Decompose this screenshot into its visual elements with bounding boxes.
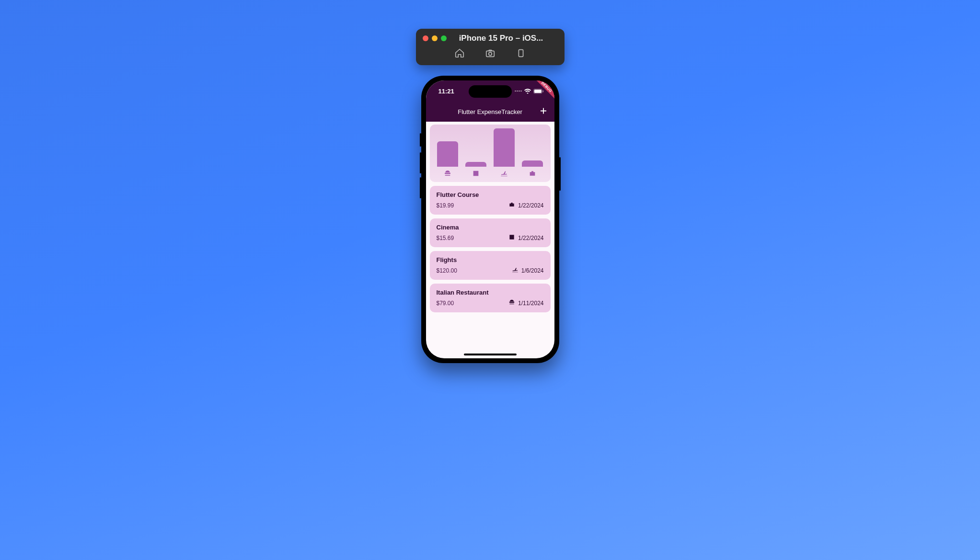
food-icon <box>444 170 451 179</box>
svg-point-1 <box>488 52 491 55</box>
window-controls <box>423 35 447 41</box>
expense-amount: $79.00 <box>437 300 454 307</box>
svg-rect-2 <box>519 50 523 57</box>
app-bar: Flutter ExpenseTracker <box>426 102 554 122</box>
simulator-titlebar: iPhone 15 Pro – iOS... <box>423 34 558 43</box>
expense-card[interactable]: Cinema $15.69 1/22/2024 <box>430 218 551 247</box>
expense-title: Flights <box>437 256 544 263</box>
phone-screen: DEBUG 11:21 Flutter ExpenseTracker <box>426 80 554 358</box>
expense-amount: $19.99 <box>437 202 454 209</box>
chart-card <box>430 125 551 182</box>
status-indicators <box>515 89 544 94</box>
plus-icon <box>539 107 548 115</box>
minimize-window-button[interactable] <box>432 35 438 41</box>
expense-card[interactable]: Flutter Course $19.99 1/22/2024 <box>430 186 551 215</box>
home-icon[interactable] <box>454 48 465 60</box>
expense-title: Flutter Course <box>437 191 544 198</box>
expense-date: 1/22/2024 <box>518 202 543 209</box>
simulator-toolbar <box>423 47 558 61</box>
dynamic-island <box>469 85 512 98</box>
cellular-icon <box>515 91 522 92</box>
chart-bar-leisure <box>465 162 486 167</box>
screenshot-icon[interactable] <box>485 48 496 60</box>
chart-category-icons <box>434 170 547 179</box>
expense-meta: 1/22/2024 <box>508 201 543 209</box>
expense-date: 1/11/2024 <box>518 300 543 307</box>
expense-amount: $120.00 <box>437 267 457 274</box>
svg-rect-0 <box>486 51 494 57</box>
work-icon <box>529 170 536 179</box>
expense-amount: $15.69 <box>437 235 454 241</box>
close-window-button[interactable] <box>423 35 428 41</box>
simulator-title: iPhone 15 Pro – iOS... <box>445 34 558 43</box>
expense-meta: 1/11/2024 <box>508 299 543 307</box>
expense-card[interactable]: Italian Restaurant $79.00 1/11/2024 <box>430 284 551 312</box>
status-time: 11:21 <box>438 88 454 95</box>
expense-meta: 1/22/2024 <box>508 234 543 242</box>
expense-meta: 1/6/2024 <box>512 266 544 274</box>
expense-date: 1/6/2024 <box>521 267 544 274</box>
leisure-icon <box>472 170 480 179</box>
app-title: Flutter ExpenseTracker <box>458 108 522 115</box>
expense-list[interactable]: Flutter Course $19.99 1/22/2024 Cinema $… <box>426 186 554 312</box>
work-icon <box>508 201 515 209</box>
home-indicator[interactable] <box>464 354 517 355</box>
travel-icon <box>500 170 508 179</box>
power-button <box>559 157 561 191</box>
chart-bar-travel <box>494 128 515 167</box>
wifi-icon <box>524 89 531 94</box>
simulator-window: iPhone 15 Pro – iOS... <box>416 29 565 65</box>
volume-down-button <box>420 177 421 198</box>
mute-switch <box>420 133 421 147</box>
expense-title: Cinema <box>437 224 544 231</box>
chart-bar-work <box>522 160 543 167</box>
chart-bar-food <box>437 141 458 167</box>
add-expense-button[interactable] <box>539 107 548 117</box>
battery-icon <box>533 89 544 94</box>
leisure-icon <box>508 234 515 242</box>
svg-rect-5 <box>542 90 543 92</box>
expense-date: 1/22/2024 <box>518 235 543 241</box>
svg-rect-4 <box>534 90 541 93</box>
travel-icon <box>512 266 519 274</box>
rotate-icon[interactable] <box>516 48 526 60</box>
food-icon <box>508 299 515 307</box>
chart-bars <box>434 128 547 167</box>
expense-card[interactable]: Flights $120.00 1/6/2024 <box>430 251 551 280</box>
expense-title: Italian Restaurant <box>437 289 544 296</box>
phone-frame: DEBUG 11:21 Flutter ExpenseTracker <box>421 76 559 363</box>
volume-up-button <box>420 152 421 173</box>
